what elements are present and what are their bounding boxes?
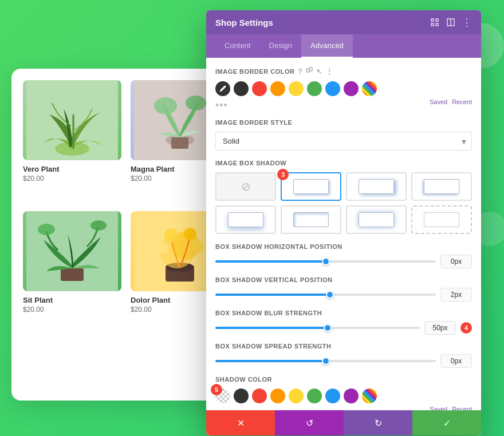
swatch-purple[interactable] xyxy=(344,81,359,96)
svg-rect-23 xyxy=(436,19,438,21)
more-swatches-button[interactable]: ••• xyxy=(215,100,228,112)
svg-point-20 xyxy=(157,243,168,254)
svg-point-8 xyxy=(186,96,206,110)
shadow-color-badge: 5 xyxy=(211,384,222,395)
slider-horizontal: Box Shadow Horizontal Position 0px xyxy=(215,243,472,268)
header-icons: ⋮ xyxy=(430,17,472,27)
svg-rect-6 xyxy=(171,137,188,149)
shadow-swatch-green[interactable] xyxy=(307,389,322,403)
shadow-selected-badge: 3 xyxy=(277,169,289,180)
action-bar: ✕ ↺ ↻ ✓ xyxy=(206,410,481,435)
shadow-swatch-red[interactable] xyxy=(252,389,267,403)
swatch-yellow[interactable] xyxy=(289,81,304,96)
more-options-icon[interactable]: ⋮ xyxy=(462,17,472,27)
panel-header: Shop Settings ⋮ xyxy=(206,10,481,34)
swatch-orange[interactable] xyxy=(270,81,285,96)
svg-point-12 xyxy=(90,220,107,231)
image-border-color-label: Image Border Color ? ↖ ⋮ xyxy=(215,67,472,76)
cancel-button[interactable]: ✕ xyxy=(206,410,275,435)
slider-blur-value[interactable]: 50px xyxy=(424,321,456,335)
slider-vertical-value[interactable]: 2px xyxy=(440,288,472,302)
product-price-1: $20.00 xyxy=(23,175,121,183)
shadow-option-8[interactable] xyxy=(411,205,472,234)
slider-blur-row: 50px 4 xyxy=(215,321,472,335)
shadow-color-label: Shadow Color xyxy=(215,376,472,383)
slider-vertical-track[interactable] xyxy=(215,294,436,296)
slider-spread-value[interactable]: 0px xyxy=(440,354,472,368)
border-color-swatches xyxy=(215,81,472,96)
product-image-3 xyxy=(23,211,121,291)
svg-point-21 xyxy=(192,241,204,252)
product-item: Vero Plant $20.00 xyxy=(23,80,121,202)
image-box-shadow-label: Image Box Shadow xyxy=(215,160,472,167)
product-name-3: Sit Plant xyxy=(23,296,121,304)
shadow-option-2[interactable]: 3 xyxy=(281,172,341,201)
shadow-color-swatches: 5 xyxy=(215,389,472,403)
slider-blur: Box Shadow Blur Strength 50px 4 xyxy=(215,310,472,335)
cursor-icon[interactable]: ↖ xyxy=(316,68,322,76)
fullscreen-icon[interactable] xyxy=(430,17,440,27)
slider-vertical: Box Shadow Vertical Position 2px xyxy=(215,276,472,302)
svg-rect-25 xyxy=(436,23,438,26)
shadow-option-5[interactable] xyxy=(215,205,276,234)
shadow-swatch-blue[interactable] xyxy=(325,389,340,403)
shadow-swatch-purple[interactable] xyxy=(344,389,359,403)
swatch-red[interactable] xyxy=(252,81,267,96)
svg-rect-22 xyxy=(431,19,434,21)
panel-body: Image Border Color ? ↖ ⋮ xyxy=(206,58,481,435)
split-view-icon[interactable] xyxy=(446,17,456,27)
svg-point-19 xyxy=(184,228,196,240)
saved-recent-row: Saved Recent xyxy=(430,98,472,105)
panel-title: Shop Settings xyxy=(215,18,273,27)
slider-horizontal-value[interactable]: 0px xyxy=(440,255,472,268)
tab-advanced[interactable]: Advanced xyxy=(301,34,353,58)
svg-point-7 xyxy=(154,97,177,114)
saved-label[interactable]: Saved xyxy=(430,98,447,105)
slider-spread: Box Shadow Spread Strength 0px xyxy=(215,343,472,368)
svg-point-18 xyxy=(164,228,178,242)
slider-vertical-row: 2px xyxy=(215,288,472,302)
shadow-option-4[interactable] xyxy=(411,172,472,201)
slider-spread-row: 0px xyxy=(215,354,472,368)
shadow-gradient-swatch[interactable] xyxy=(362,389,377,403)
reset-button[interactable]: ↺ xyxy=(275,410,344,435)
eyedropper-button[interactable] xyxy=(215,81,230,96)
recent-label[interactable]: Recent xyxy=(452,98,472,105)
swatch-blue[interactable] xyxy=(325,81,340,96)
shadow-swatch-black[interactable] xyxy=(234,389,249,403)
slider-blur-track[interactable] xyxy=(215,327,420,329)
swatch-black[interactable] xyxy=(234,81,249,96)
shadow-option-none[interactable] xyxy=(215,172,276,201)
help-icon[interactable]: ? xyxy=(298,68,303,76)
svg-rect-29 xyxy=(309,68,312,71)
shadow-swatch-yellow[interactable] xyxy=(289,389,304,403)
tab-design[interactable]: Design xyxy=(260,34,301,58)
border-style-select-wrapper: Solid None Dashed Dotted ▾ xyxy=(215,132,472,150)
svg-rect-10 xyxy=(61,268,84,281)
tab-content[interactable]: Content xyxy=(215,34,260,58)
svg-point-30 xyxy=(225,86,226,88)
shadow-option-7[interactable] xyxy=(346,205,407,234)
svg-point-11 xyxy=(38,224,55,235)
blur-badge: 4 xyxy=(460,322,472,334)
shadow-swatch-orange[interactable] xyxy=(270,389,285,403)
link-icon[interactable] xyxy=(306,67,313,76)
slider-horizontal-track[interactable] xyxy=(215,260,436,263)
swatch-green[interactable] xyxy=(307,81,322,96)
more-label-icon[interactable]: ⋮ xyxy=(326,68,333,76)
shadow-option-3[interactable] xyxy=(346,172,407,201)
image-border-style-label: Image Border Style xyxy=(215,119,472,126)
slider-spread-track[interactable] xyxy=(215,360,436,362)
panel-tabs: Content Design Advanced xyxy=(206,34,481,58)
border-style-select[interactable]: Solid None Dashed Dotted xyxy=(215,132,472,150)
redo-button[interactable]: ↻ xyxy=(344,410,412,435)
shadow-grid: 3 xyxy=(215,172,472,234)
slider-horizontal-row: 0px xyxy=(215,255,472,268)
gradient-swatch[interactable] xyxy=(362,81,377,96)
product-item: Sit Plant $20.00 xyxy=(23,211,121,333)
product-price-3: $20.00 xyxy=(23,306,121,314)
product-name-1: Vero Plant xyxy=(23,165,121,173)
product-image-1 xyxy=(23,80,121,160)
shadow-option-6[interactable] xyxy=(281,205,341,234)
save-button[interactable]: ✓ xyxy=(412,410,481,435)
